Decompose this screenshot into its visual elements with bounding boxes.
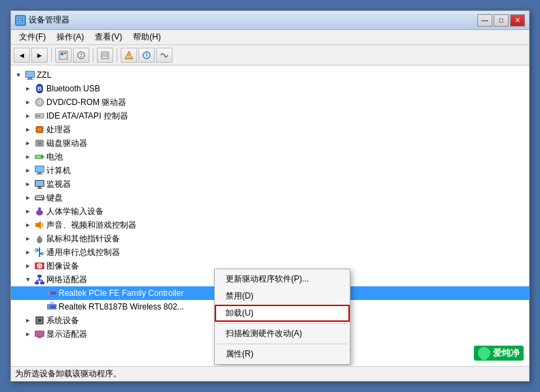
display-adapter-icon [34, 329, 45, 340]
ide-icon [34, 110, 45, 121]
item-label: 人体学输入设备 [46, 206, 104, 217]
list-item[interactable]: ► IDE ATA/ATAPI 控制器 [11, 109, 529, 123]
svg-rect-83 [50, 292, 56, 295]
watermark-text: 爱纯净 [493, 347, 520, 359]
watermark: 爱纯净 [474, 346, 524, 361]
list-item[interactable]: ► 键盘 [11, 191, 529, 205]
expand-icon[interactable]: ► [23, 84, 33, 93]
svg-point-15 [128, 57, 130, 58]
forward-button[interactable]: ► [31, 48, 48, 63]
minimize-button[interactable]: — [477, 14, 492, 27]
item-label: 声音、视频和游戏控制器 [46, 220, 136, 231]
svg-rect-58 [36, 198, 42, 199]
svg-rect-33 [38, 127, 42, 132]
main-window: 设备管理器 — □ ✕ 文件(F) 操作(A) 查看(V) 帮助(H) ◄ ► [10, 10, 530, 382]
item-label: IDE ATA/ATAPI 控制器 [46, 110, 128, 122]
pc-icon [34, 165, 45, 176]
svg-rect-69 [35, 249, 38, 252]
list-item[interactable]: ► 通用串行总线控制器 [11, 245, 529, 259]
expand-icon[interactable]: ► [23, 125, 33, 134]
svg-point-18 [146, 52, 147, 54]
toolbar-btn-4[interactable] [121, 48, 137, 63]
menu-action[interactable]: 操作(A) [51, 30, 89, 44]
list-item[interactable]: ► 鼠标和其他指针设备 [11, 232, 529, 245]
expand-icon[interactable]: ► [23, 247, 33, 257]
svg-rect-76 [40, 282, 44, 284]
expand-icon[interactable]: ► [23, 261, 33, 271]
list-item[interactable]: ► DVD/CD-ROM 驱动器 [11, 95, 529, 109]
close-button[interactable]: ✕ [510, 14, 525, 27]
back-button[interactable]: ◄ [14, 48, 30, 63]
svg-point-27 [39, 102, 40, 103]
svg-rect-75 [35, 282, 39, 284]
expand-icon[interactable]: ► [23, 234, 33, 243]
ctx-update-driver[interactable]: 更新驱动程序软件(P)... [215, 271, 350, 288]
item-label: 图像设备 [46, 260, 79, 272]
expand-icon[interactable]: ► [23, 179, 33, 189]
svg-rect-47 [38, 172, 42, 174]
dvd-icon [34, 97, 45, 108]
svg-rect-82 [48, 291, 50, 295]
expand-icon[interactable]: ► [23, 152, 33, 162]
toolbar-btn-3[interactable] [97, 48, 113, 63]
expand-icon-root[interactable]: ▼ [14, 70, 23, 80]
nic-icon [46, 288, 57, 299]
maximize-button[interactable]: □ [494, 14, 509, 27]
item-label: 通用串行总线控制器 [46, 247, 120, 258]
ctx-scan-hardware[interactable]: 扫描检测硬件改动(A) [215, 325, 350, 342]
list-item[interactable]: ► 磁盘驱动器 [11, 136, 529, 150]
toolbar-btn-2[interactable] [73, 48, 89, 63]
list-item[interactable]: ► 电池 [11, 150, 529, 164]
svg-rect-3 [18, 21, 22, 22]
toolbar-btn-1[interactable] [55, 48, 72, 63]
ctx-properties[interactable]: 属性(R) [215, 346, 350, 363]
list-item[interactable]: ► 声音、视频和游戏控制器 [11, 218, 529, 232]
main-content: ▼ ZZL ► B Bluetooth USB ► [11, 65, 529, 366]
expand-icon[interactable]: ► [23, 207, 33, 216]
svg-rect-87 [50, 305, 56, 308]
expand-icon[interactable]: ► [23, 111, 33, 121]
list-item[interactable]: ► 人体学输入设备 [11, 205, 529, 218]
expand-icon[interactable]: ► [23, 97, 33, 107]
item-label: 网络适配器 [46, 274, 87, 286]
svg-rect-52 [37, 188, 42, 189]
menu-help[interactable]: 帮助(H) [127, 30, 166, 44]
expand-icon[interactable]: ▼ [23, 275, 33, 284]
window-icon [15, 15, 26, 26]
expand-icon [35, 302, 45, 312]
list-item[interactable]: ► 监视器 [11, 177, 529, 191]
item-label: DVD/CD-ROM 驱动器 [46, 97, 126, 108]
expand-icon[interactable]: ► [23, 316, 33, 325]
hid-icon [34, 206, 45, 217]
toolbar-btn-6[interactable] [156, 48, 172, 63]
svg-rect-93 [38, 337, 42, 338]
ctx-disable[interactable]: 禁用(D) [215, 288, 350, 305]
list-item[interactable]: ► B Bluetooth USB [11, 82, 529, 95]
svg-rect-10 [102, 52, 108, 59]
expand-icon[interactable]: ► [23, 329, 33, 339]
menu-view[interactable]: 查看(V) [89, 30, 127, 44]
expand-icon[interactable]: ► [23, 166, 33, 175]
expand-icon[interactable]: ► [23, 138, 33, 148]
toolbar-sep-3 [117, 48, 117, 62]
svg-rect-50 [35, 181, 44, 186]
svg-rect-2 [21, 18, 22, 20]
item-label: 监视器 [46, 179, 71, 190]
svg-rect-1 [18, 18, 20, 20]
ctx-uninstall[interactable]: 卸载(U) [215, 305, 350, 322]
toolbar-btn-5[interactable] [138, 48, 155, 63]
tree-root-label: ZZL [37, 70, 51, 80]
svg-rect-43 [43, 156, 44, 157]
expand-icon[interactable]: ► [23, 220, 33, 230]
menu-file[interactable]: 文件(F) [14, 30, 51, 44]
list-item[interactable]: ► 计算机 [11, 164, 529, 177]
cpu-icon [34, 124, 45, 135]
expand-icon[interactable]: ► [23, 193, 33, 202]
list-item[interactable]: ► 处理器 [11, 123, 529, 136]
svg-rect-31 [38, 115, 40, 117]
item-label: 磁盘驱动器 [46, 138, 87, 149]
usb-icon [34, 247, 45, 258]
keyboard-icon [34, 192, 45, 203]
svg-rect-6 [64, 52, 66, 54]
tree-root[interactable]: ▼ ZZL [11, 68, 529, 82]
